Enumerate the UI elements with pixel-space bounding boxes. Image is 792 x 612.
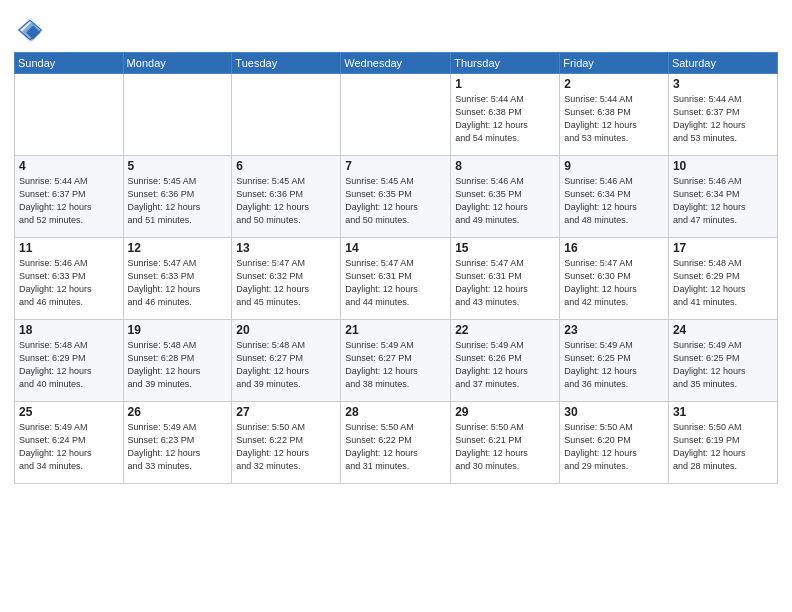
- day-number: 25: [19, 405, 119, 419]
- day-cell: 21Sunrise: 5:49 AM Sunset: 6:27 PM Dayli…: [341, 320, 451, 402]
- day-info: Sunrise: 5:50 AM Sunset: 6:19 PM Dayligh…: [673, 421, 773, 473]
- day-number: 23: [564, 323, 664, 337]
- day-info: Sunrise: 5:49 AM Sunset: 6:27 PM Dayligh…: [345, 339, 446, 391]
- day-number: 22: [455, 323, 555, 337]
- day-info: Sunrise: 5:47 AM Sunset: 6:31 PM Dayligh…: [345, 257, 446, 309]
- day-cell: 2Sunrise: 5:44 AM Sunset: 6:38 PM Daylig…: [560, 74, 669, 156]
- day-info: Sunrise: 5:50 AM Sunset: 6:22 PM Dayligh…: [236, 421, 336, 473]
- week-row-3: 11Sunrise: 5:46 AM Sunset: 6:33 PM Dayli…: [15, 238, 778, 320]
- day-info: Sunrise: 5:47 AM Sunset: 6:33 PM Dayligh…: [128, 257, 228, 309]
- page: SundayMondayTuesdayWednesdayThursdayFrid…: [0, 0, 792, 612]
- logo: [14, 14, 50, 46]
- day-number: 13: [236, 241, 336, 255]
- day-number: 14: [345, 241, 446, 255]
- day-cell: 17Sunrise: 5:48 AM Sunset: 6:29 PM Dayli…: [668, 238, 777, 320]
- day-cell: 5Sunrise: 5:45 AM Sunset: 6:36 PM Daylig…: [123, 156, 232, 238]
- day-cell: [123, 74, 232, 156]
- week-row-1: 1Sunrise: 5:44 AM Sunset: 6:38 PM Daylig…: [15, 74, 778, 156]
- day-cell: 9Sunrise: 5:46 AM Sunset: 6:34 PM Daylig…: [560, 156, 669, 238]
- day-info: Sunrise: 5:44 AM Sunset: 6:37 PM Dayligh…: [673, 93, 773, 145]
- day-info: Sunrise: 5:44 AM Sunset: 6:38 PM Dayligh…: [455, 93, 555, 145]
- day-number: 7: [345, 159, 446, 173]
- day-info: Sunrise: 5:49 AM Sunset: 6:23 PM Dayligh…: [128, 421, 228, 473]
- day-info: Sunrise: 5:45 AM Sunset: 6:36 PM Dayligh…: [128, 175, 228, 227]
- day-number: 21: [345, 323, 446, 337]
- day-cell: 16Sunrise: 5:47 AM Sunset: 6:30 PM Dayli…: [560, 238, 669, 320]
- day-info: Sunrise: 5:44 AM Sunset: 6:37 PM Dayligh…: [19, 175, 119, 227]
- day-cell: 4Sunrise: 5:44 AM Sunset: 6:37 PM Daylig…: [15, 156, 124, 238]
- day-cell: 13Sunrise: 5:47 AM Sunset: 6:32 PM Dayli…: [232, 238, 341, 320]
- calendar-table: SundayMondayTuesdayWednesdayThursdayFrid…: [14, 52, 778, 484]
- day-number: 24: [673, 323, 773, 337]
- header-row: SundayMondayTuesdayWednesdayThursdayFrid…: [15, 53, 778, 74]
- week-row-5: 25Sunrise: 5:49 AM Sunset: 6:24 PM Dayli…: [15, 402, 778, 484]
- col-header-monday: Monday: [123, 53, 232, 74]
- day-number: 19: [128, 323, 228, 337]
- day-info: Sunrise: 5:46 AM Sunset: 6:33 PM Dayligh…: [19, 257, 119, 309]
- day-cell: 11Sunrise: 5:46 AM Sunset: 6:33 PM Dayli…: [15, 238, 124, 320]
- day-info: Sunrise: 5:45 AM Sunset: 6:35 PM Dayligh…: [345, 175, 446, 227]
- day-number: 10: [673, 159, 773, 173]
- day-number: 26: [128, 405, 228, 419]
- day-cell: 28Sunrise: 5:50 AM Sunset: 6:22 PM Dayli…: [341, 402, 451, 484]
- col-header-friday: Friday: [560, 53, 669, 74]
- day-number: 15: [455, 241, 555, 255]
- day-cell: 26Sunrise: 5:49 AM Sunset: 6:23 PM Dayli…: [123, 402, 232, 484]
- col-header-tuesday: Tuesday: [232, 53, 341, 74]
- day-info: Sunrise: 5:49 AM Sunset: 6:25 PM Dayligh…: [673, 339, 773, 391]
- day-number: 5: [128, 159, 228, 173]
- day-info: Sunrise: 5:46 AM Sunset: 6:35 PM Dayligh…: [455, 175, 555, 227]
- day-cell: 7Sunrise: 5:45 AM Sunset: 6:35 PM Daylig…: [341, 156, 451, 238]
- day-number: 9: [564, 159, 664, 173]
- day-cell: 20Sunrise: 5:48 AM Sunset: 6:27 PM Dayli…: [232, 320, 341, 402]
- day-cell: 6Sunrise: 5:45 AM Sunset: 6:36 PM Daylig…: [232, 156, 341, 238]
- day-number: 1: [455, 77, 555, 91]
- col-header-saturday: Saturday: [668, 53, 777, 74]
- day-info: Sunrise: 5:48 AM Sunset: 6:29 PM Dayligh…: [19, 339, 119, 391]
- day-cell: [15, 74, 124, 156]
- day-cell: 14Sunrise: 5:47 AM Sunset: 6:31 PM Dayli…: [341, 238, 451, 320]
- day-info: Sunrise: 5:47 AM Sunset: 6:30 PM Dayligh…: [564, 257, 664, 309]
- day-info: Sunrise: 5:49 AM Sunset: 6:24 PM Dayligh…: [19, 421, 119, 473]
- day-info: Sunrise: 5:48 AM Sunset: 6:29 PM Dayligh…: [673, 257, 773, 309]
- day-number: 31: [673, 405, 773, 419]
- day-cell: [341, 74, 451, 156]
- day-number: 3: [673, 77, 773, 91]
- logo-icon: [14, 14, 46, 46]
- day-cell: 15Sunrise: 5:47 AM Sunset: 6:31 PM Dayli…: [451, 238, 560, 320]
- day-cell: 19Sunrise: 5:48 AM Sunset: 6:28 PM Dayli…: [123, 320, 232, 402]
- day-cell: 23Sunrise: 5:49 AM Sunset: 6:25 PM Dayli…: [560, 320, 669, 402]
- day-cell: 3Sunrise: 5:44 AM Sunset: 6:37 PM Daylig…: [668, 74, 777, 156]
- day-info: Sunrise: 5:48 AM Sunset: 6:28 PM Dayligh…: [128, 339, 228, 391]
- day-info: Sunrise: 5:50 AM Sunset: 6:21 PM Dayligh…: [455, 421, 555, 473]
- day-number: 8: [455, 159, 555, 173]
- header: [14, 10, 778, 46]
- day-cell: 27Sunrise: 5:50 AM Sunset: 6:22 PM Dayli…: [232, 402, 341, 484]
- day-number: 11: [19, 241, 119, 255]
- col-header-wednesday: Wednesday: [341, 53, 451, 74]
- day-number: 17: [673, 241, 773, 255]
- day-info: Sunrise: 5:45 AM Sunset: 6:36 PM Dayligh…: [236, 175, 336, 227]
- day-number: 12: [128, 241, 228, 255]
- col-header-thursday: Thursday: [451, 53, 560, 74]
- day-cell: 12Sunrise: 5:47 AM Sunset: 6:33 PM Dayli…: [123, 238, 232, 320]
- day-info: Sunrise: 5:46 AM Sunset: 6:34 PM Dayligh…: [564, 175, 664, 227]
- day-number: 16: [564, 241, 664, 255]
- day-number: 2: [564, 77, 664, 91]
- day-cell: 25Sunrise: 5:49 AM Sunset: 6:24 PM Dayli…: [15, 402, 124, 484]
- day-cell: 8Sunrise: 5:46 AM Sunset: 6:35 PM Daylig…: [451, 156, 560, 238]
- day-cell: 24Sunrise: 5:49 AM Sunset: 6:25 PM Dayli…: [668, 320, 777, 402]
- week-row-2: 4Sunrise: 5:44 AM Sunset: 6:37 PM Daylig…: [15, 156, 778, 238]
- day-cell: 30Sunrise: 5:50 AM Sunset: 6:20 PM Dayli…: [560, 402, 669, 484]
- day-number: 27: [236, 405, 336, 419]
- day-info: Sunrise: 5:47 AM Sunset: 6:32 PM Dayligh…: [236, 257, 336, 309]
- day-cell: 29Sunrise: 5:50 AM Sunset: 6:21 PM Dayli…: [451, 402, 560, 484]
- day-cell: 22Sunrise: 5:49 AM Sunset: 6:26 PM Dayli…: [451, 320, 560, 402]
- day-number: 6: [236, 159, 336, 173]
- day-cell: 18Sunrise: 5:48 AM Sunset: 6:29 PM Dayli…: [15, 320, 124, 402]
- day-info: Sunrise: 5:48 AM Sunset: 6:27 PM Dayligh…: [236, 339, 336, 391]
- day-info: Sunrise: 5:50 AM Sunset: 6:20 PM Dayligh…: [564, 421, 664, 473]
- week-row-4: 18Sunrise: 5:48 AM Sunset: 6:29 PM Dayli…: [15, 320, 778, 402]
- day-cell: 1Sunrise: 5:44 AM Sunset: 6:38 PM Daylig…: [451, 74, 560, 156]
- day-number: 30: [564, 405, 664, 419]
